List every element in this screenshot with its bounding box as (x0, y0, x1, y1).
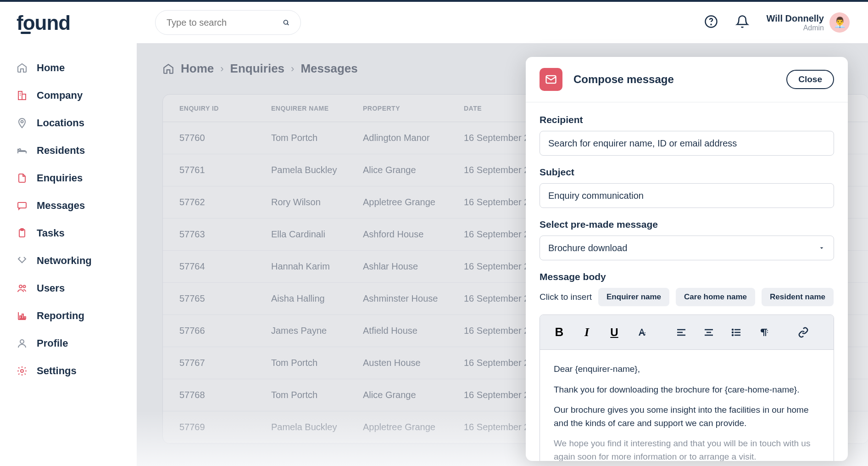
close-button[interactable]: Close (786, 70, 834, 89)
chevron-down-icon (818, 244, 825, 252)
cell-property: Adlington Manor (363, 133, 464, 143)
envelope-icon (545, 73, 557, 86)
pin-icon (17, 118, 28, 129)
search-input[interactable] (167, 17, 283, 28)
sidebar-item-reporting[interactable]: Reporting (0, 302, 137, 330)
svg-point-35 (732, 332, 733, 333)
underline-button[interactable]: U (602, 322, 626, 342)
svg-line-1 (287, 24, 289, 25)
bell-icon (735, 15, 749, 28)
cell-id: 57767 (179, 358, 271, 368)
sidebar-item-label: Locations (37, 117, 84, 129)
file-icon (17, 173, 28, 184)
bold-icon: B (555, 325, 564, 339)
col-property: PROPERTY (363, 105, 464, 112)
cell-name: Tom Portch (271, 390, 363, 400)
template-label: Select pre-made message (540, 219, 834, 230)
cell-id: 57760 (179, 133, 271, 143)
help-icon (704, 15, 718, 28)
logo-zone: found (0, 11, 137, 34)
notifications-button[interactable] (735, 15, 749, 30)
company-icon (17, 90, 28, 101)
recipient-input[interactable] (540, 131, 834, 156)
svg-point-3 (711, 24, 711, 25)
subject-input[interactable] (540, 183, 834, 208)
svg-rect-10 (18, 202, 26, 208)
sidebar-item-residents[interactable]: Residents (0, 137, 137, 164)
chip-enquirer-name[interactable]: Enquirer name (598, 288, 669, 306)
paragraph-icon (758, 327, 769, 338)
bed-icon (17, 145, 28, 156)
svg-rect-17 (20, 316, 21, 319)
sidebar-item-locations[interactable]: Locations (0, 109, 137, 137)
cell-property: Ashlar House (363, 261, 464, 272)
crumb-0[interactable]: Home (181, 62, 214, 76)
svg-rect-18 (22, 314, 23, 319)
user-menu[interactable]: Will Donnelly Admin 👨‍💼 (767, 12, 850, 33)
sidebar-item-profile[interactable]: Profile (0, 330, 137, 357)
editor-content[interactable]: Dear {enquirer-name},Thank you for downl… (540, 350, 834, 461)
sidebar-item-users[interactable]: Users (0, 275, 137, 302)
sidebar-item-messages[interactable]: Messages (0, 192, 137, 219)
bold-button[interactable]: B (547, 322, 571, 342)
cell-id: 57765 (179, 293, 271, 304)
message-paragraph: Thank you for downloading the brochure f… (554, 383, 820, 397)
cell-id: 57761 (179, 165, 271, 175)
align-center-button[interactable] (697, 322, 721, 342)
link-button[interactable] (791, 322, 815, 342)
insert-row: Click to insert Enquirer name Care home … (540, 288, 834, 306)
cell-id: 57769 (179, 422, 271, 432)
sidebar-item-label: Users (37, 282, 65, 294)
italic-button[interactable]: I (575, 322, 599, 342)
sidebar-item-company[interactable]: Company (0, 82, 137, 109)
crumb-1[interactable]: Enquiries (230, 62, 284, 76)
svg-point-21 (21, 370, 23, 372)
message-icon (17, 200, 28, 211)
link-icon (798, 327, 809, 338)
cell-property: Austen House (363, 358, 464, 368)
compose-panel: Compose message Close Recipient Subject … (526, 57, 848, 461)
cell-id: 57764 (179, 261, 271, 272)
avatar: 👨‍💼 (829, 12, 850, 33)
sidebar-item-tasks[interactable]: Tasks (0, 219, 137, 247)
sidebar-item-enquiries[interactable]: Enquiries (0, 164, 137, 192)
sidebar-item-label: Reporting (37, 310, 84, 322)
mail-badge (540, 68, 562, 91)
sidebar-item-home[interactable]: Home (0, 54, 137, 82)
topbar: found Will Donnelly Admin 👨‍💼 (0, 0, 868, 43)
cell-name: Pamela Buckley (271, 165, 363, 175)
users-icon (17, 283, 28, 294)
cell-property: Appletree Grange (363, 197, 464, 208)
insert-hint: Click to insert (540, 292, 592, 302)
editor-toolbar: B I U (540, 315, 834, 350)
template-select[interactable]: Brochure download (540, 236, 834, 260)
chip-resident-name[interactable]: Resident name (762, 288, 834, 306)
chevron-right-icon: › (291, 63, 294, 75)
help-button[interactable] (704, 15, 718, 30)
compose-header: Compose message Close (526, 57, 848, 102)
sidebar-item-networking[interactable]: Networking (0, 247, 137, 275)
compose-title: Compose message (573, 73, 674, 86)
chip-care-home-name[interactable]: Care home name (676, 288, 755, 306)
font-icon (636, 327, 647, 338)
user-name: Will Donnelly (767, 13, 824, 24)
col-id: ENQUIRY ID (179, 105, 271, 112)
svg-rect-19 (24, 317, 26, 319)
sidebar-item-settings[interactable]: Settings (0, 357, 137, 385)
list-button[interactable] (724, 322, 748, 342)
home-icon (17, 62, 28, 73)
brand-logo: found (17, 11, 137, 34)
search-icon (283, 17, 289, 28)
cell-property: Atfield House (363, 326, 464, 336)
crumb-2: Messages (300, 62, 357, 76)
cell-name: James Payne (271, 326, 363, 336)
cell-name: Pamela Buckley (271, 422, 363, 432)
align-left-button[interactable] (669, 322, 693, 342)
template-value: Brochure download (548, 243, 627, 253)
home-icon (162, 63, 174, 75)
font-button[interactable] (630, 322, 654, 342)
sidebar-item-label: Networking (37, 255, 92, 267)
rich-editor: B I U Dear {enquirer-name},Thank y (540, 314, 834, 461)
global-search[interactable] (155, 10, 301, 35)
paragraph-button[interactable] (752, 322, 776, 342)
